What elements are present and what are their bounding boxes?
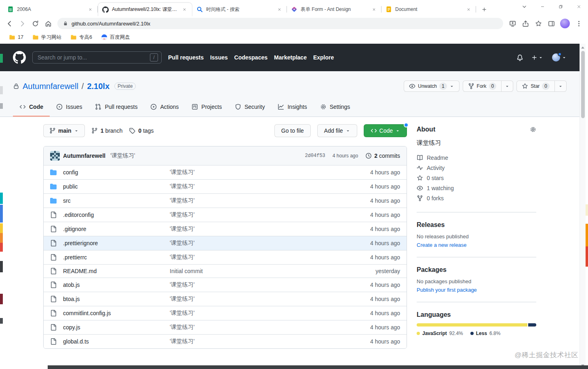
forward-button[interactable] xyxy=(16,17,28,30)
scrollbar-thumb[interactable] xyxy=(581,51,585,118)
bookmark-star-icon[interactable] xyxy=(532,17,544,30)
repo-tab[interactable]: Security xyxy=(228,99,272,117)
window-maximize-button[interactable] xyxy=(552,0,570,13)
file-row[interactable]: src '课堂练习' 4 hours ago xyxy=(44,193,407,208)
file-commit-message-link[interactable]: '课堂练习' xyxy=(170,310,337,317)
file-row[interactable]: atob.js '课堂练习' 4 hours ago xyxy=(44,278,407,292)
file-row[interactable]: copy.js '课堂练习' 4 hours ago xyxy=(44,320,407,334)
file-commit-message-link[interactable]: '课堂练习' xyxy=(170,225,337,233)
edit-about-gear-icon[interactable] xyxy=(530,126,536,133)
publish-package-link[interactable]: Publish your first package xyxy=(417,287,477,293)
file-commit-message-link[interactable]: '课堂练习' xyxy=(170,338,337,345)
repo-tab[interactable]: Actions xyxy=(144,99,185,117)
repo-tab[interactable]: Insights xyxy=(271,99,313,117)
back-button[interactable] xyxy=(3,17,15,30)
create-new-dropdown[interactable] xyxy=(531,55,543,61)
file-name-link[interactable]: config xyxy=(63,169,163,176)
file-row[interactable]: commitlint.config.js '课堂练习' 4 hours ago xyxy=(44,306,407,320)
address-bar[interactable]: github.com/Autumnfarewell/2.10lx xyxy=(57,18,503,29)
branch-selector[interactable]: main xyxy=(43,124,85,137)
file-commit-message-link[interactable]: '课堂练习' xyxy=(170,197,337,204)
file-row[interactable]: public '课堂练习' 4 hours ago xyxy=(44,179,407,193)
browser-tab[interactable]: 2006A xyxy=(3,2,98,16)
file-row[interactable]: .prettierignore '课堂练习' 4 hours ago xyxy=(44,236,407,250)
tab-close-icon[interactable] xyxy=(465,6,472,13)
language-legend-item[interactable]: Less 6.8% xyxy=(470,331,501,336)
file-name-link[interactable]: global.d.ts xyxy=(63,338,163,345)
file-commit-message-link[interactable]: '课堂练习' xyxy=(170,169,337,176)
sidebar-meta-link[interactable]: Activity xyxy=(417,163,536,173)
repo-tab[interactable]: Code xyxy=(13,99,50,117)
github-nav-link[interactable]: Codespaces xyxy=(234,54,268,61)
file-row[interactable]: .gitignore '课堂练习' 4 hours ago xyxy=(44,222,407,236)
file-row[interactable]: .prettierrc '课堂练习' 4 hours ago xyxy=(44,250,407,264)
code-button[interactable]: Code xyxy=(364,124,407,137)
repo-tab[interactable]: Settings xyxy=(314,99,357,117)
file-name-link[interactable]: public xyxy=(63,183,163,190)
scrollbar-up-arrow[interactable] xyxy=(580,45,586,50)
file-name-link[interactable]: copy.js xyxy=(63,324,163,331)
github-nav-link[interactable]: Pull requests xyxy=(168,54,204,61)
repo-tab[interactable]: Issues xyxy=(50,99,89,117)
file-name-link[interactable]: README.md xyxy=(63,268,163,274)
commit-hash-link[interactable]: 2d04f53 xyxy=(305,153,325,159)
bookmark-item[interactable]: 百度网盘 xyxy=(98,33,133,42)
github-logo-icon[interactable] xyxy=(13,51,26,64)
fork-dropdown-button[interactable] xyxy=(502,81,513,92)
file-commit-message-link[interactable]: '课堂练习' xyxy=(170,295,337,303)
user-menu[interactable] xyxy=(552,53,567,62)
latest-commit-message-link[interactable]: '课堂练习' xyxy=(110,152,135,159)
notifications-bell-icon[interactable] xyxy=(516,54,523,61)
window-minimize-button[interactable] xyxy=(533,0,552,13)
star-dropdown-button[interactable] xyxy=(555,81,567,92)
commit-history-link[interactable]: 2 commits xyxy=(365,153,400,159)
file-commit-message-link[interactable]: '课堂练习' xyxy=(170,281,337,288)
language-legend-item[interactable]: JavaScript 92.4% xyxy=(417,331,463,336)
github-nav-link[interactable]: Explore xyxy=(313,54,334,61)
bookmark-item[interactable]: 17 xyxy=(6,33,27,42)
commit-author-link[interactable]: Autumnfarewell xyxy=(63,153,105,159)
refresh-button[interactable] xyxy=(29,17,41,30)
sidebar-meta-link[interactable]: 0 stars xyxy=(417,173,536,183)
browser-profile-avatar[interactable] xyxy=(560,19,570,28)
github-nav-link[interactable]: Marketplace xyxy=(274,54,307,61)
file-name-link[interactable]: atob.js xyxy=(63,282,163,288)
install-app-icon[interactable] xyxy=(506,17,518,30)
bookmark-item[interactable]: 专高6 xyxy=(67,33,95,42)
file-name-link[interactable]: src xyxy=(63,197,163,204)
unwatch-button[interactable]: Unwatch 1 xyxy=(404,81,459,92)
commit-author-avatar[interactable] xyxy=(50,151,60,161)
browser-menu-dots-icon[interactable] xyxy=(573,17,585,30)
repo-name-link[interactable]: 2.10lx xyxy=(87,82,110,91)
file-commit-message-link[interactable]: '课堂练习' xyxy=(170,183,337,190)
create-release-link[interactable]: Create a new release xyxy=(417,242,467,248)
sidebar-meta-link[interactable]: 1 watching xyxy=(417,183,536,193)
file-name-link[interactable]: .prettierignore xyxy=(63,240,163,246)
file-row[interactable]: .editorconfig '课堂练习' 4 hours ago xyxy=(44,208,407,222)
tab-close-icon[interactable] xyxy=(87,6,94,13)
browser-tab[interactable]: Document xyxy=(381,2,476,16)
file-name-link[interactable]: .prettierrc xyxy=(63,254,163,261)
bookmark-item[interactable]: 学习网站 xyxy=(29,33,65,42)
tab-close-icon[interactable] xyxy=(276,6,283,13)
file-commit-message-link[interactable]: '课堂练习' xyxy=(170,240,337,247)
github-search-input[interactable]: Search or jump to... / xyxy=(32,51,162,64)
github-nav-link[interactable]: Issues xyxy=(210,54,228,61)
file-name-link[interactable]: .editorconfig xyxy=(63,212,163,218)
file-row[interactable]: btoa.js '课堂练习' 4 hours ago xyxy=(44,292,407,306)
page-scrollbar[interactable] xyxy=(580,44,586,369)
tab-close-icon[interactable] xyxy=(181,6,188,13)
go-to-file-button[interactable]: Go to file xyxy=(274,124,311,137)
site-security-lock-icon[interactable] xyxy=(63,21,68,26)
browser-tab[interactable]: Autumnfarewell/2.10lx: 课堂练习 xyxy=(98,2,192,16)
file-commit-message-link[interactable]: '课堂练习' xyxy=(170,324,337,331)
home-button[interactable] xyxy=(42,17,54,30)
side-panel-icon[interactable] xyxy=(545,17,557,30)
browser-tab[interactable]: 时间格式 - 搜索 xyxy=(192,2,287,16)
sidebar-meta-link[interactable]: 0 forks xyxy=(417,193,536,203)
repo-tab[interactable]: Pull requests xyxy=(89,99,144,117)
tab-search-chevron-icon[interactable] xyxy=(515,0,533,13)
file-row[interactable]: global.d.ts '课堂练习' 4 hours ago xyxy=(44,334,407,348)
repo-owner-link[interactable]: Autumnfarewell xyxy=(23,82,78,91)
sidebar-meta-link[interactable]: Readme xyxy=(417,153,536,163)
